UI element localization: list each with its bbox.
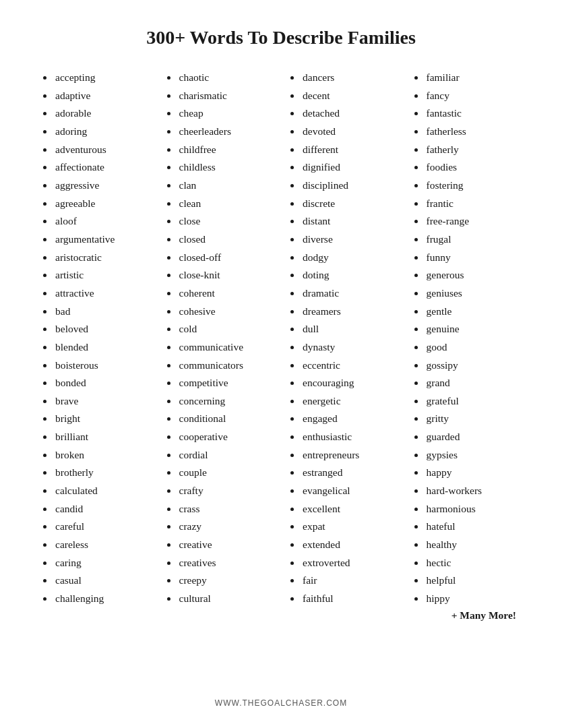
list-item: adorable	[54, 104, 151, 123]
list-item: aggressive	[54, 177, 151, 195]
list-item: grand	[425, 374, 522, 392]
list-item: creepy	[178, 572, 275, 590]
list-item: helpful	[425, 572, 522, 590]
list-item: doting	[301, 266, 398, 284]
list-item: boisterous	[54, 357, 151, 375]
list-item: happy	[425, 464, 522, 482]
list-item: healthy	[425, 536, 522, 554]
list-item: fair	[301, 572, 398, 590]
list-item: competitive	[178, 374, 275, 392]
list-item: gossipy	[425, 357, 522, 375]
list-item: agreeable	[54, 195, 151, 213]
list-item: affectionate	[54, 158, 151, 177]
list-item: cheerleaders	[178, 123, 275, 141]
list-item: conditional	[178, 410, 275, 428]
list-item: careful	[54, 518, 151, 536]
list-item: frantic	[425, 195, 522, 213]
list-item: engaged	[301, 410, 398, 428]
list-item: eccentric	[301, 357, 398, 375]
list-item: artistic	[54, 266, 151, 284]
list-item: candid	[54, 500, 151, 518]
list-item: brotherly	[54, 464, 151, 482]
list-item: brilliant	[54, 428, 151, 446]
list-item: disciplined	[301, 177, 398, 195]
list-item: cultural	[178, 590, 275, 608]
page-title: 300+ Words To Describe Families	[146, 27, 416, 49]
list-item: dignified	[301, 158, 398, 177]
list-item: free-range	[425, 212, 522, 231]
list-item: bonded	[54, 374, 151, 392]
list-item: cold	[178, 320, 275, 338]
list-item: charismatic	[178, 87, 275, 105]
list-item: accepting	[54, 69, 151, 87]
list-item: dull	[301, 320, 398, 338]
list-item: bad	[54, 303, 151, 321]
column-1: acceptingadaptiveadorableadoringadventur…	[34, 69, 158, 685]
list-item: close	[178, 212, 275, 231]
list-item: discrete	[301, 195, 398, 213]
list-item: crafty	[178, 482, 275, 500]
list-item: familiar	[425, 69, 522, 87]
list-item: different	[301, 141, 398, 159]
list-item: blended	[54, 338, 151, 357]
word-list-4: familiarfancyfantasticfatherlessfatherly…	[412, 69, 522, 608]
list-item: coherent	[178, 284, 275, 303]
list-item: diverse	[301, 231, 398, 249]
list-item: couple	[178, 464, 275, 482]
list-item: creatives	[178, 554, 275, 572]
list-item: communicative	[178, 338, 275, 357]
list-item: excellent	[301, 500, 398, 518]
footer: WWW.THEGOALCHASER.COM	[215, 698, 347, 708]
list-item: fatherly	[425, 141, 522, 159]
list-item: hard-workers	[425, 482, 522, 500]
list-item: dramatic	[301, 284, 398, 303]
column-2: chaoticcharismaticcheapcheerleaderschild…	[158, 69, 282, 685]
list-item: geniuses	[425, 284, 522, 303]
list-item: aristocratic	[54, 249, 151, 267]
list-item: decent	[301, 87, 398, 105]
list-item: hectic	[425, 554, 522, 572]
list-item: gritty	[425, 410, 522, 428]
list-item: beloved	[54, 320, 151, 338]
list-item: attractive	[54, 284, 151, 303]
list-item: faithful	[301, 590, 398, 608]
list-item: childless	[178, 158, 275, 177]
list-item: creative	[178, 536, 275, 554]
list-item: enthusiastic	[301, 428, 398, 446]
list-item: cheap	[178, 104, 275, 123]
list-item: estranged	[301, 464, 398, 482]
list-item: fostering	[425, 177, 522, 195]
list-item: closed-off	[178, 249, 275, 267]
list-item: fancy	[425, 87, 522, 105]
word-list-2: chaoticcharismaticcheapcheerleaderschild…	[164, 69, 275, 608]
list-item: funny	[425, 249, 522, 267]
list-item: fatherless	[425, 123, 522, 141]
list-item: hippy	[425, 590, 522, 608]
list-item: detached	[301, 104, 398, 123]
word-list-3: dancersdecentdetacheddevoteddifferentdig…	[288, 69, 398, 608]
list-item: cordial	[178, 446, 275, 464]
list-item: frugal	[425, 231, 522, 249]
list-item: dynasty	[301, 338, 398, 357]
more-text: + Many More!	[412, 609, 522, 621]
list-item: dreamers	[301, 303, 398, 321]
page: 300+ Words To Describe Families acceptin…	[0, 0, 562, 728]
list-item: crazy	[178, 518, 275, 536]
column-4: familiarfancyfantasticfatherlessfatherly…	[405, 69, 529, 685]
list-item: dodgy	[301, 249, 398, 267]
list-item: cooperative	[178, 428, 275, 446]
list-item: gentle	[425, 303, 522, 321]
list-item: clan	[178, 177, 275, 195]
list-item: concerning	[178, 392, 275, 411]
list-item: encouraging	[301, 374, 398, 392]
list-item: genuine	[425, 320, 522, 338]
list-item: generous	[425, 266, 522, 284]
columns-container: acceptingadaptiveadorableadoringadventur…	[34, 69, 528, 685]
list-item: energetic	[301, 392, 398, 411]
list-item: hateful	[425, 518, 522, 536]
list-item: extroverted	[301, 554, 398, 572]
list-item: argumentative	[54, 231, 151, 249]
list-item: cohesive	[178, 303, 275, 321]
list-item: distant	[301, 212, 398, 231]
list-item: entrepreneurs	[301, 446, 398, 464]
